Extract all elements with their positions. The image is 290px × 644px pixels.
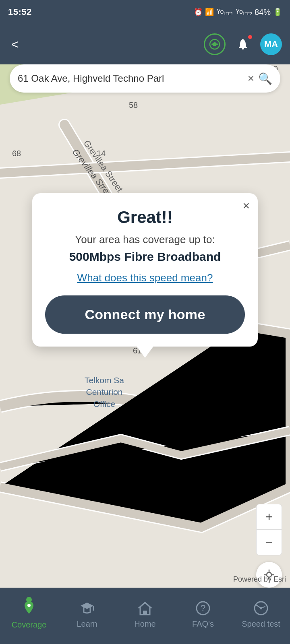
signal2-icon: YoLTE2	[236, 8, 252, 16]
notification-badge	[247, 34, 253, 40]
my-location-button[interactable]	[256, 562, 282, 588]
alarm-icon: ⏰	[194, 8, 203, 17]
search-button[interactable]: 🔍	[258, 72, 272, 85]
speed-info-link[interactable]: What does this speed mean?	[45, 272, 245, 284]
battery-icon: 🔋	[273, 8, 282, 17]
coverage-icon-wrap	[20, 599, 38, 618]
back-button[interactable]: <	[8, 34, 22, 55]
popup-speed: 500Mbps Fibre Broadband	[45, 250, 245, 264]
bell-icon	[236, 37, 250, 51]
svg-point-3	[216, 43, 218, 45]
signal1-icon: YoLTE1	[216, 8, 233, 16]
nav-action-icons: MA	[204, 33, 282, 55]
popup-close-button[interactable]: ×	[242, 200, 250, 212]
search-bar: 61 Oak Ave, Highveld Techno Parl × 🔍	[10, 64, 280, 93]
faqs-label: FAQ's	[192, 619, 214, 629]
zoom-out-button[interactable]: −	[256, 530, 282, 555]
nav-bar: < MA	[0, 24, 290, 64]
speedtest-label: Speed test	[242, 619, 280, 629]
learn-label: Learn	[77, 619, 97, 629]
battery-level: 84%	[255, 8, 271, 17]
nav-item-faqs[interactable]: ? FAQ's	[183, 599, 223, 629]
status-icons: ⏰ 📶 YoLTE1 YoLTE2 84% 🔋	[194, 8, 282, 17]
home-label: Home	[134, 619, 155, 629]
chat-button[interactable]	[204, 33, 226, 55]
faqs-icon: ?	[194, 599, 212, 617]
search-clear-button[interactable]: ×	[244, 72, 258, 85]
svg-point-16	[260, 607, 262, 609]
svg-point-2	[211, 43, 213, 45]
svg-rect-12	[143, 611, 147, 615]
coverage-popup: × Great!! Your area has coverage up to: …	[32, 193, 258, 347]
nav-item-learn[interactable]: Learn	[67, 599, 107, 629]
svg-text:?: ?	[201, 603, 205, 613]
home-icon	[136, 599, 154, 617]
avatar-button[interactable]: MA	[260, 33, 282, 55]
coverage-label: Coverage	[12, 620, 47, 630]
svg-point-1	[213, 42, 217, 46]
zoom-in-button[interactable]: +	[256, 504, 282, 530]
learn-icon	[78, 599, 96, 617]
search-value: 61 Oak Ave, Highveld Techno Parl	[18, 73, 244, 84]
bottom-navigation: Coverage Learn Home ? FAQ's	[0, 588, 290, 644]
avatar-initials: MA	[264, 39, 278, 50]
status-bar: 15:52 ⏰ 📶 YoLTE1 YoLTE2 84% 🔋	[0, 0, 290, 24]
chat-icon	[209, 38, 221, 50]
notifications-button[interactable]	[232, 33, 254, 55]
wifi-icon: 📶	[205, 8, 214, 17]
zoom-controls: + −	[256, 504, 282, 555]
status-time: 15:52	[8, 7, 32, 17]
nav-item-home[interactable]: Home	[125, 599, 165, 629]
popup-title: Great!!	[45, 208, 245, 227]
speedtest-icon	[252, 599, 270, 617]
esri-attribution: Powered by Esri	[233, 575, 286, 584]
nav-item-speedtest[interactable]: Speed test	[241, 599, 281, 629]
coverage-active-dot	[26, 597, 32, 603]
svg-point-10	[27, 604, 31, 607]
popup-subtitle: Your area has coverage up to:	[45, 233, 245, 246]
nav-item-coverage[interactable]: Coverage	[9, 599, 49, 630]
connect-home-button[interactable]: Connect my home	[45, 295, 245, 334]
